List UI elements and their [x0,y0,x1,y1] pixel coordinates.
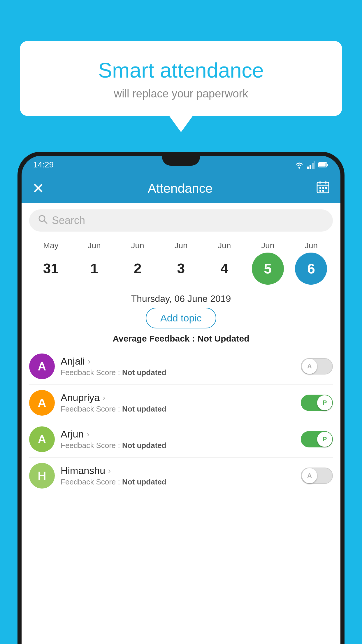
selected-date: Thursday, 06 June 2019 [22,293,340,304]
cal-day-1[interactable]: 1 [77,262,112,276]
app-title: Attendance [148,181,213,196]
bubble-subtitle: will replace your paperwork [37,88,325,100]
toggle-anjali[interactable]: A [301,358,333,374]
student-item-himanshu: H Himanshu › Feedback Score : Not update… [29,458,333,494]
search-placeholder: Search [52,214,85,227]
svg-rect-13 [322,187,324,189]
cal-day-2[interactable]: 2 [120,262,155,276]
bubble-tail [169,116,193,132]
chevron-arjun: › [87,430,89,439]
add-topic-button[interactable]: Add topic [146,308,216,328]
student-info-anupriya[interactable]: Anupriya › Feedback Score : Not updated [61,392,295,414]
avatar-anjali: A [29,354,55,379]
svg-rect-14 [325,187,327,189]
cal-month-5: Jun [250,241,285,250]
student-info-himanshu[interactable]: Himanshu › Feedback Score : Not updated [61,465,295,487]
student-feedback-anupriya: Feedback Score : Not updated [61,405,295,414]
status-icons [294,161,329,169]
student-info-anjali[interactable]: Anjali › Feedback Score : Not updated [61,356,295,377]
search-bar[interactable]: Search [29,209,333,232]
avg-feedback: Average Feedback : Not Updated [22,334,340,344]
svg-rect-15 [319,190,321,192]
signal-icon [307,161,315,169]
cal-month-0: May [33,241,68,250]
cal-day-4[interactable]: 4 [207,262,242,276]
toggle-arjun[interactable]: P [301,431,333,447]
notch [162,156,200,166]
screen-content: Search May Jun Jun Jun Jun Jun Jun 31 [22,203,340,644]
avatar-anupriya: A [29,390,55,416]
calendar-months-row: May Jun Jun Jun Jun Jun Jun [29,241,333,250]
calendar-days-row: 31 1 2 3 4 5 [29,253,333,285]
student-feedback-anjali: Feedback Score : Not updated [61,368,295,377]
avatar-himanshu: H [29,463,55,489]
wifi-icon [294,161,304,169]
avg-feedback-value: Not Updated [197,334,249,343]
search-icon [38,214,48,227]
calendar-strip: May Jun Jun Jun Jun Jun Jun 31 1 [22,238,340,289]
student-name-arjun: Arjun [61,428,84,440]
svg-line-18 [44,220,47,223]
student-name-himanshu: Himanshu [61,465,105,476]
cal-month-3: Jun [164,241,198,250]
svg-rect-3 [312,163,314,169]
chevron-himanshu: › [108,466,111,475]
phone-inner: 14:29 [22,156,340,644]
student-name-anupriya: Anupriya [61,392,100,403]
toggle-anupriya[interactable]: P [301,395,333,411]
phone-frame: 14:29 [17,152,345,644]
cal-day-6[interactable]: 6 [294,253,328,285]
student-feedback-himanshu: Feedback Score : Not updated [61,477,295,487]
student-item-anjali: A Anjali › Feedback Score : Not updated … [29,348,333,385]
close-button[interactable]: ✕ [32,180,44,197]
cal-month-6: Jun [294,241,328,250]
student-list: A Anjali › Feedback Score : Not updated … [22,348,340,494]
student-name-anjali: Anjali [61,356,85,367]
svg-rect-2 [310,165,311,169]
cal-month-2: Jun [120,241,155,250]
svg-rect-4 [314,161,315,169]
status-time: 14:29 [33,160,54,169]
svg-point-0 [298,167,300,169]
cal-day-3[interactable]: 3 [164,262,198,276]
svg-rect-6 [327,164,328,166]
battery-icon [318,162,329,168]
avg-feedback-label: Average Feedback : [113,334,195,343]
cal-month-4: Jun [207,241,242,250]
cal-month-1: Jun [77,241,112,250]
cal-day-31[interactable]: 31 [33,262,68,276]
student-item-arjun: A Arjun › Feedback Score : Not updated P [29,421,333,458]
calendar-button[interactable] [316,180,330,197]
student-info-arjun[interactable]: Arjun › Feedback Score : Not updated [61,428,295,450]
speech-bubble: Smart attendance will replace your paper… [20,41,342,132]
chevron-anjali: › [88,357,90,366]
status-bar: 14:29 [22,156,340,174]
svg-rect-12 [319,187,321,189]
bubble-title: Smart attendance [37,58,325,82]
svg-rect-7 [319,163,326,167]
cal-day-5[interactable]: 5 [250,253,285,285]
avatar-arjun: A [29,426,55,452]
svg-rect-16 [322,190,324,192]
student-item-anupriya: A Anupriya › Feedback Score : Not update… [29,385,333,421]
student-feedback-arjun: Feedback Score : Not updated [61,441,295,450]
toggle-himanshu[interactable]: A [301,468,333,484]
svg-rect-1 [307,167,309,169]
chevron-anupriya: › [103,393,105,402]
app-bar: ✕ Attendance [22,174,340,203]
